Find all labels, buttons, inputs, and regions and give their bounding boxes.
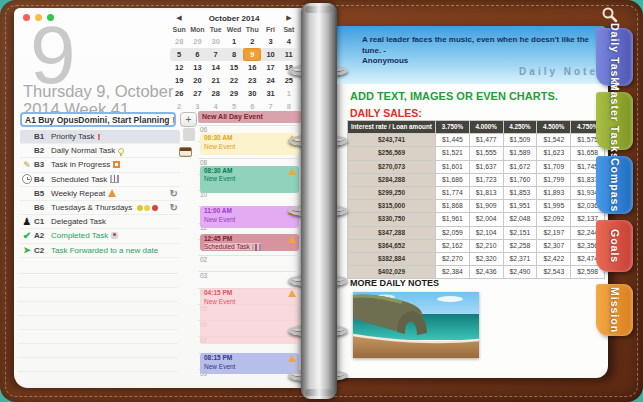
sales-cell: $1,893 (537, 187, 571, 200)
mini-event-chip[interactable] (183, 128, 195, 141)
calendar-day[interactable]: 10 (261, 48, 279, 61)
task-row-B1[interactable]: B1Priority Task! (20, 130, 180, 144)
sales-cell: $2,422 (537, 253, 571, 266)
calendar-day[interactable]: 14 (207, 61, 225, 74)
calendar-day[interactable]: 24 (261, 74, 279, 87)
calendar-day[interactable]: 21 (207, 74, 225, 87)
calendar-day[interactable]: 17 (261, 61, 279, 74)
calendar-day[interactable]: 4 (280, 35, 298, 48)
calendar-event[interactable]: 04:15 PMNew Event (200, 288, 299, 344)
calendar-day[interactable]: 27 (188, 87, 206, 100)
tab-compass[interactable]: Compass (596, 156, 633, 214)
add-content-heading: ADD TEXT, IMAGES OR EVEN CHARTS. (350, 90, 558, 102)
calendar-next-icon[interactable]: ▶ (280, 14, 298, 22)
task-row-C1[interactable]: ♟C1Delegated Task (20, 215, 180, 229)
calendar-event[interactable]: 11:00 AMNew Event (200, 206, 299, 228)
warning-icon (288, 168, 296, 175)
task-row-B3[interactable]: ✎B3Task in Progress (20, 158, 180, 172)
calendar-day[interactable]: 12 (170, 61, 188, 74)
event-time: 12:45 PM (204, 235, 295, 244)
task-code: B6 (34, 203, 51, 212)
tab-goals[interactable]: Goals (596, 220, 633, 272)
task-row-B2[interactable]: B2Daily Normal Task (20, 144, 180, 158)
new-task-text: A1 Buy OpusDomini, Start Planning (25, 115, 170, 125)
calendar-day-today[interactable]: 9 (243, 48, 261, 61)
sales-row-amount: $270,073 (348, 160, 436, 173)
tab-daily-tasks[interactable]: Daily Tasks (596, 28, 633, 86)
task-code: B2 (34, 146, 51, 155)
calendar-day[interactable]: 20 (188, 74, 206, 87)
calendar-week: 2829301234 (170, 35, 298, 48)
calendar-day[interactable]: 28 (207, 87, 225, 100)
forward-arrow-icon: ➤ (23, 245, 31, 255)
calendar-event[interactable]: 08:30 AMNew Event (200, 166, 299, 193)
task-code: B1 (34, 132, 51, 141)
all-day-event[interactable]: New All Day Event (198, 111, 301, 123)
task-row-A2[interactable]: ✔A2Completed Task (20, 229, 180, 243)
calendar-day[interactable]: 7 (207, 48, 225, 61)
task-row-C2[interactable]: ➤C2Task Forwarded to a new date (20, 244, 180, 258)
calendar-day[interactable]: 3 (261, 35, 279, 48)
event-time: 04:15 PM (204, 289, 295, 298)
calendar-day[interactable]: 26 (170, 87, 188, 100)
tab-label: Master Tasks (609, 82, 621, 160)
event-time: 06:30 AM (204, 134, 295, 143)
calendar-day[interactable]: 25 (280, 74, 298, 87)
calendar-day[interactable]: 13 (188, 61, 206, 74)
tab-master-tasks[interactable]: Master Tasks (596, 92, 633, 150)
calendar-day[interactable]: 23 (243, 74, 261, 87)
calendar-day[interactable]: 8 (225, 48, 243, 61)
sales-cell: $1,623 (537, 147, 571, 160)
sales-header-cell: 4.500% (537, 121, 571, 134)
tab-mission[interactable]: Mission (596, 284, 633, 336)
calendar-day[interactable]: 30 (243, 87, 261, 100)
daily-sales-table: Interest rate / Loan amount3.750%4.000%4… (347, 120, 605, 279)
calendar-day[interactable]: 6 (188, 48, 206, 61)
calendar-prev-icon[interactable]: ◀ (170, 14, 188, 22)
new-task-input[interactable]: A1 Buy OpusDomini, Start Planning ! (20, 112, 176, 127)
delegate-person-icon: ♟ (23, 216, 32, 227)
task-row-B4[interactable]: B4Scheduled Task (20, 173, 180, 187)
sales-cell: $1,509 (503, 134, 537, 147)
calendar-day[interactable]: 29 (225, 87, 243, 100)
search-icon[interactable] (601, 6, 619, 24)
sales-row-amount: $330,750 (348, 213, 436, 226)
calendar-week: 12131415161718 (170, 61, 298, 74)
sales-cell: $2,197 (537, 226, 571, 239)
calendar-day[interactable]: 28 (170, 35, 188, 48)
calendar-day[interactable]: 29 (188, 35, 206, 48)
calendar-week: 19202122232425 (170, 74, 298, 87)
calendar-day[interactable]: 30 (207, 35, 225, 48)
task-row-B5[interactable]: B5Weekly Repeat↻ (20, 187, 180, 201)
task-row-B6[interactable]: B6Tuesdays & Thursdays↻ (20, 201, 180, 215)
calendar-day[interactable]: 16 (243, 61, 261, 74)
sales-row: $382,884$2,270$2,320$2,371$2,422$2,474 (348, 253, 605, 266)
calendar-day[interactable]: 1 (225, 35, 243, 48)
calendar-day[interactable]: 19 (170, 74, 188, 87)
timeline-hour-slot[interactable]: 03 (198, 271, 301, 287)
task-code: C1 (34, 217, 51, 226)
calendar-day[interactable]: 5 (170, 48, 188, 61)
timeline-hour-slot[interactable]: 02 (198, 255, 301, 271)
calendar-day[interactable]: 15 (225, 61, 243, 74)
calendar-day[interactable]: 22 (225, 74, 243, 87)
sales-cell: $1,853 (503, 187, 537, 200)
cake-icon (179, 147, 192, 157)
calendar-event[interactable]: 12:45 PMScheduled Task (200, 234, 299, 251)
add-task-button[interactable]: + (180, 112, 197, 127)
sales-cell: $2,543 (537, 266, 571, 279)
calendar-day[interactable]: 2 (243, 35, 261, 48)
mini-clock-icon (111, 232, 118, 239)
close-button[interactable] (23, 14, 30, 21)
calendar-day[interactable]: 1 (280, 87, 298, 100)
calendar-event[interactable]: 06:30 AMNew Event (200, 133, 299, 155)
calendar-day[interactable]: 11 (280, 48, 298, 61)
task-code: A2 (34, 231, 51, 240)
calendar-day-name: Tue (207, 24, 225, 35)
calendar-day[interactable]: 31 (261, 87, 279, 100)
repeat-icon[interactable]: ↻ (170, 188, 178, 200)
new-task-row: A1 Buy OpusDomini, Start Planning ! + (20, 112, 197, 127)
repeat-icon[interactable]: ↻ (170, 202, 178, 214)
calendar-event[interactable]: 08:15 PMNew Event (200, 353, 299, 374)
tab-label: Compass (609, 158, 621, 212)
